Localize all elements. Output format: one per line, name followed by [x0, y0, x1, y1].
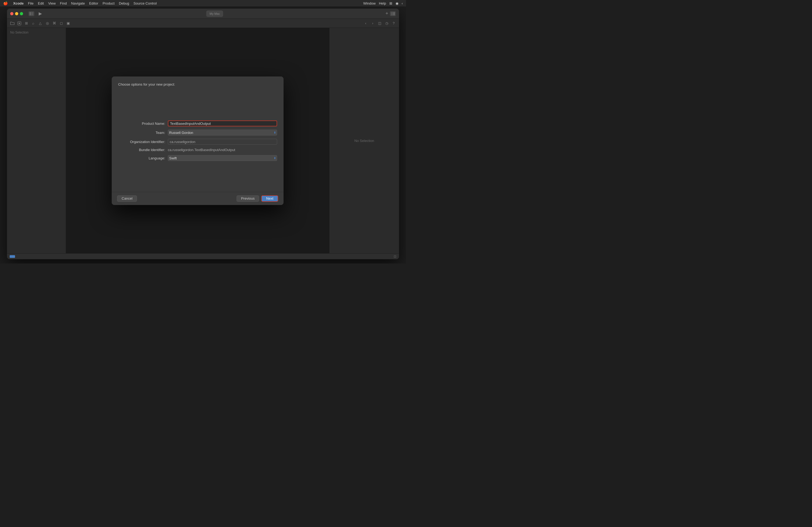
edit-circle-icon[interactable]: ◎: [45, 21, 50, 26]
traffic-lights: [10, 12, 23, 15]
language-label: Language:: [118, 156, 165, 160]
org-id-label: Organization Identifier:: [118, 140, 165, 144]
nav-forward-icon[interactable]: ›: [370, 21, 375, 26]
add-icon[interactable]: +: [385, 11, 388, 16]
run-button[interactable]: ▶: [37, 11, 44, 17]
bottom-bar: ⊡: [7, 253, 399, 259]
close-x-icon[interactable]: [17, 21, 22, 26]
product-name-row: Product Name:: [118, 120, 277, 126]
speech-icon[interactable]: ◻: [59, 21, 64, 26]
team-label: Team:: [118, 131, 165, 135]
language-select[interactable]: Swift Objective-C: [168, 155, 277, 161]
svg-rect-1: [31, 12, 33, 15]
toolbar: ⊞ ⌕ △ ◎ ⌘ ◻ ▣ ‹ › ◫ ◷ ?: [7, 19, 399, 28]
editor-content: Choose options for your new project: Pro…: [66, 28, 329, 253]
next-button[interactable]: Next: [261, 195, 278, 202]
menubar: 🍎 Xcode File Edit View Find Navigate Edi…: [0, 0, 406, 6]
title-bar: ▶ My Mac +: [7, 9, 399, 19]
xcode-window: ▶ My Mac +: [7, 9, 399, 259]
no-selection-right-text: No Selection: [354, 139, 374, 143]
help-icon[interactable]: ?: [391, 21, 396, 26]
inspector-icon[interactable]: ◫: [377, 21, 382, 26]
warning-icon[interactable]: △: [38, 21, 43, 26]
product-name-input[interactable]: [168, 120, 277, 126]
cancel-button[interactable]: Cancel: [117, 195, 137, 202]
bundle-id-value: ca.russellgordon.TextBasedInputAndOutput: [168, 148, 277, 152]
bundle-id-label: Bundle Identifier:: [118, 148, 165, 152]
history-icon[interactable]: ◷: [384, 21, 389, 26]
grid-icon[interactable]: ⊞: [24, 21, 29, 26]
menu-edit[interactable]: Edit: [38, 1, 44, 5]
org-id-row: Organization Identifier: ca.russellgordo…: [118, 139, 277, 145]
title-bar-controls: [28, 11, 34, 16]
layout-icon[interactable]: ▣: [66, 21, 71, 26]
chevron-left-icon[interactable]: ‹: [402, 1, 403, 5]
menu-file[interactable]: File: [28, 1, 33, 5]
svg-rect-3: [393, 12, 395, 15]
menu-navigate[interactable]: Navigate: [71, 1, 85, 5]
folder-icon[interactable]: [10, 21, 15, 26]
user-icon[interactable]: ◉: [395, 1, 398, 5]
main-area: No Selection Choose options for your new…: [7, 28, 399, 253]
no-selection-left: No Selection: [7, 28, 66, 253]
bundle-id-row: Bundle Identifier: ca.russellgordon.Text…: [118, 148, 277, 152]
apple-menu-icon[interactable]: 🍎: [3, 1, 8, 5]
menubar-right: Window Help ⊞ ◉ ‹: [363, 1, 403, 5]
menu-find[interactable]: Find: [60, 1, 67, 5]
org-id-value: ca.russellgordon: [168, 139, 277, 145]
menu-product[interactable]: Product: [103, 1, 115, 5]
title-bar-right: +: [385, 11, 396, 16]
editor-area: Choose options for your new project: Pro…: [66, 28, 329, 253]
maximize-button[interactable]: [20, 12, 23, 15]
sidebar-toggle-left[interactable]: [28, 11, 34, 16]
minimize-button[interactable]: [15, 12, 18, 15]
scheme-label: My Mac: [209, 12, 220, 15]
team-select-wrapper: Russell Gordon Add an Account... None ⬍: [168, 130, 277, 136]
svg-rect-2: [391, 12, 393, 15]
team-select[interactable]: Russell Gordon Add an Account... None: [168, 130, 277, 136]
language-select-wrapper: Swift Objective-C ⬍: [168, 155, 277, 161]
team-row: Team: Russell Gordon Add an Account... N…: [118, 130, 277, 136]
svg-rect-0: [30, 12, 31, 15]
menu-editor[interactable]: Editor: [89, 1, 98, 5]
new-project-dialog: Choose options for your new project: Pro…: [112, 76, 284, 205]
title-bar-center: My Mac: [46, 11, 383, 17]
menu-debug[interactable]: Debug: [119, 1, 129, 5]
previous-button[interactable]: Previous: [236, 195, 259, 202]
bottom-indicator: [10, 255, 15, 258]
menu-source-control[interactable]: Source Control: [133, 1, 157, 5]
dialog-header: Choose options for your new project:: [112, 76, 284, 90]
nav-back-icon[interactable]: ‹: [363, 21, 368, 26]
close-button[interactable]: [10, 12, 13, 15]
bottom-right-icon[interactable]: ⊡: [394, 255, 396, 258]
menu-view[interactable]: View: [48, 1, 56, 5]
dialog-footer: Cancel Previous Next: [112, 192, 284, 205]
no-selection-left-text: No Selection: [10, 31, 28, 34]
right-sidebar: No Selection: [329, 28, 399, 253]
form-container: Product Name: Team: Russell Gordon: [112, 120, 284, 161]
scheme-selector[interactable]: My Mac: [206, 11, 223, 17]
search-icon[interactable]: ⌕: [31, 21, 36, 26]
language-row: Language: Swift Objective-C ⬍: [118, 155, 277, 161]
menu-xcode[interactable]: Xcode: [13, 1, 24, 5]
menu-help[interactable]: Help: [379, 1, 386, 5]
dialog-body: Product Name: Team: Russell Gordon: [112, 90, 284, 192]
paintbrush-icon[interactable]: ⌘: [52, 21, 57, 26]
menu-window[interactable]: Window: [363, 1, 376, 5]
control-center-icon[interactable]: ⊞: [389, 1, 392, 5]
modal-overlay: Choose options for your new project: Pro…: [66, 28, 329, 253]
product-name-label: Product Name:: [118, 122, 165, 125]
dialog-title: Choose options for your new project:: [118, 82, 175, 86]
left-sidebar: No Selection: [7, 28, 66, 253]
sidebar-toggle-right[interactable]: [390, 11, 396, 16]
